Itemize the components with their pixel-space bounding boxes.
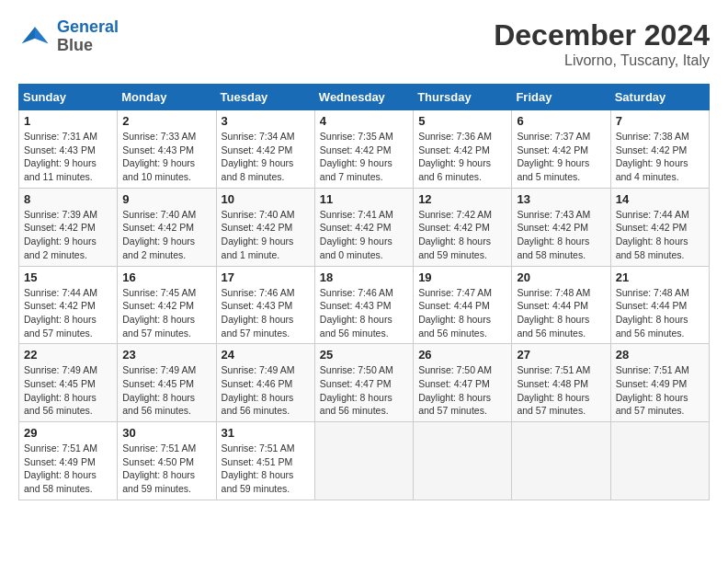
table-row: 12 Sunrise: 7:42 AM Sunset: 4:42 PM Dayl…	[414, 188, 512, 266]
day-number: 24	[222, 348, 310, 362]
table-row: 10 Sunrise: 7:40 AM Sunset: 4:42 PM Dayl…	[216, 188, 314, 266]
table-row: 14 Sunrise: 7:44 AM Sunset: 4:42 PM Dayl…	[610, 188, 709, 266]
table-row: 24 Sunrise: 7:49 AM Sunset: 4:46 PM Dayl…	[216, 344, 314, 422]
day-number: 31	[222, 426, 310, 440]
header-wednesday: Wednesday	[314, 85, 413, 110]
day-info: Sunrise: 7:51 AM Sunset: 4:49 PM Dayligh…	[24, 442, 112, 496]
table-row: 18 Sunrise: 7:46 AM Sunset: 4:43 PM Dayl…	[314, 266, 413, 344]
logo-icon	[18, 20, 51, 53]
day-info: Sunrise: 7:45 AM Sunset: 4:42 PM Dayligh…	[122, 286, 210, 340]
table-row	[512, 422, 610, 500]
table-row: 26 Sunrise: 7:50 AM Sunset: 4:47 PM Dayl…	[414, 344, 512, 422]
day-number: 28	[616, 348, 704, 362]
table-row: 29 Sunrise: 7:51 AM Sunset: 4:49 PM Dayl…	[19, 422, 118, 500]
table-row: 30 Sunrise: 7:51 AM Sunset: 4:50 PM Dayl…	[118, 422, 216, 500]
day-info: Sunrise: 7:48 AM Sunset: 4:44 PM Dayligh…	[517, 286, 605, 340]
table-row: 25 Sunrise: 7:50 AM Sunset: 4:47 PM Dayl…	[314, 344, 413, 422]
page-header: GeneralBlue December 2024 Livorno, Tusca…	[18, 18, 710, 69]
day-info: Sunrise: 7:44 AM Sunset: 4:42 PM Dayligh…	[24, 286, 112, 340]
day-info: Sunrise: 7:46 AM Sunset: 4:43 PM Dayligh…	[320, 286, 408, 340]
header-sunday: Sunday	[19, 85, 118, 110]
day-number: 7	[616, 114, 704, 128]
calendar-row: 8 Sunrise: 7:39 AM Sunset: 4:42 PM Dayli…	[19, 188, 710, 266]
day-info: Sunrise: 7:39 AM Sunset: 4:42 PM Dayligh…	[24, 208, 112, 262]
table-row: 17 Sunrise: 7:46 AM Sunset: 4:43 PM Dayl…	[216, 266, 314, 344]
day-info: Sunrise: 7:38 AM Sunset: 4:42 PM Dayligh…	[616, 130, 704, 184]
day-info: Sunrise: 7:49 AM Sunset: 4:46 PM Dayligh…	[222, 363, 310, 418]
day-number: 21	[616, 270, 704, 284]
day-number: 20	[517, 270, 605, 284]
day-info: Sunrise: 7:31 AM Sunset: 4:43 PM Dayligh…	[24, 130, 112, 184]
calendar-table: Sunday Monday Tuesday Wednesday Thursday…	[18, 84, 710, 500]
header-thursday: Thursday	[414, 85, 512, 110]
day-number: 10	[222, 192, 310, 206]
table-row: 16 Sunrise: 7:45 AM Sunset: 4:42 PM Dayl…	[118, 266, 216, 344]
calendar-row: 15 Sunrise: 7:44 AM Sunset: 4:42 PM Dayl…	[19, 266, 710, 344]
table-row: 15 Sunrise: 7:44 AM Sunset: 4:42 PM Dayl…	[19, 266, 118, 344]
day-info: Sunrise: 7:42 AM Sunset: 4:42 PM Dayligh…	[418, 208, 506, 262]
table-row	[610, 422, 709, 500]
day-number: 2	[122, 114, 210, 128]
header-friday: Friday	[512, 85, 610, 110]
day-info: Sunrise: 7:43 AM Sunset: 4:42 PM Dayligh…	[517, 208, 605, 262]
calendar-row: 22 Sunrise: 7:49 AM Sunset: 4:45 PM Dayl…	[19, 344, 710, 422]
table-row: 8 Sunrise: 7:39 AM Sunset: 4:42 PM Dayli…	[19, 188, 118, 266]
day-number: 13	[517, 192, 605, 206]
day-number: 23	[122, 348, 210, 362]
day-number: 29	[24, 426, 112, 440]
day-number: 22	[24, 348, 112, 362]
day-number: 16	[122, 270, 210, 284]
page-subtitle: Livorno, Tuscany, Italy	[494, 52, 710, 69]
day-number: 8	[24, 192, 112, 206]
table-row: 7 Sunrise: 7:38 AM Sunset: 4:42 PM Dayli…	[610, 110, 709, 189]
header-saturday: Saturday	[610, 85, 709, 110]
table-row: 4 Sunrise: 7:35 AM Sunset: 4:42 PM Dayli…	[314, 110, 413, 189]
day-info: Sunrise: 7:48 AM Sunset: 4:44 PM Dayligh…	[616, 286, 704, 340]
day-number: 27	[517, 348, 605, 362]
table-row: 19 Sunrise: 7:47 AM Sunset: 4:44 PM Dayl…	[414, 266, 512, 344]
day-number: 3	[222, 114, 310, 128]
day-number: 5	[418, 114, 506, 128]
day-info: Sunrise: 7:34 AM Sunset: 4:42 PM Dayligh…	[222, 130, 310, 184]
calendar-row: 1 Sunrise: 7:31 AM Sunset: 4:43 PM Dayli…	[19, 110, 710, 189]
logo: GeneralBlue	[18, 18, 119, 55]
title-block: December 2024 Livorno, Tuscany, Italy	[494, 18, 710, 69]
day-info: Sunrise: 7:50 AM Sunset: 4:47 PM Dayligh…	[418, 363, 506, 418]
table-row: 21 Sunrise: 7:48 AM Sunset: 4:44 PM Dayl…	[610, 266, 709, 344]
day-number: 26	[418, 348, 506, 362]
table-row: 1 Sunrise: 7:31 AM Sunset: 4:43 PM Dayli…	[19, 110, 118, 189]
logo-text: GeneralBlue	[57, 18, 119, 55]
table-row: 28 Sunrise: 7:51 AM Sunset: 4:49 PM Dayl…	[610, 344, 709, 422]
day-info: Sunrise: 7:37 AM Sunset: 4:42 PM Dayligh…	[517, 130, 605, 184]
day-info: Sunrise: 7:35 AM Sunset: 4:42 PM Dayligh…	[320, 130, 408, 184]
day-info: Sunrise: 7:51 AM Sunset: 4:50 PM Dayligh…	[122, 442, 210, 496]
day-number: 25	[320, 348, 408, 362]
table-row: 22 Sunrise: 7:49 AM Sunset: 4:45 PM Dayl…	[19, 344, 118, 422]
table-row: 9 Sunrise: 7:40 AM Sunset: 4:42 PM Dayli…	[118, 188, 216, 266]
day-number: 19	[418, 270, 506, 284]
day-info: Sunrise: 7:33 AM Sunset: 4:43 PM Dayligh…	[122, 130, 210, 184]
header-monday: Monday	[118, 85, 216, 110]
header-tuesday: Tuesday	[216, 85, 314, 110]
day-number: 1	[24, 114, 112, 128]
table-row: 23 Sunrise: 7:49 AM Sunset: 4:45 PM Dayl…	[118, 344, 216, 422]
day-info: Sunrise: 7:36 AM Sunset: 4:42 PM Dayligh…	[418, 130, 506, 184]
day-info: Sunrise: 7:51 AM Sunset: 4:49 PM Dayligh…	[616, 363, 704, 418]
table-row	[414, 422, 512, 500]
calendar-header-row: Sunday Monday Tuesday Wednesday Thursday…	[19, 85, 710, 110]
table-row: 5 Sunrise: 7:36 AM Sunset: 4:42 PM Dayli…	[414, 110, 512, 189]
day-info: Sunrise: 7:51 AM Sunset: 4:51 PM Dayligh…	[222, 442, 310, 496]
day-info: Sunrise: 7:46 AM Sunset: 4:43 PM Dayligh…	[222, 286, 310, 340]
table-row: 6 Sunrise: 7:37 AM Sunset: 4:42 PM Dayli…	[512, 110, 610, 189]
day-number: 6	[517, 114, 605, 128]
day-info: Sunrise: 7:40 AM Sunset: 4:42 PM Dayligh…	[122, 208, 210, 262]
day-number: 9	[122, 192, 210, 206]
day-number: 4	[320, 114, 408, 128]
day-info: Sunrise: 7:44 AM Sunset: 4:42 PM Dayligh…	[616, 208, 704, 262]
table-row: 13 Sunrise: 7:43 AM Sunset: 4:42 PM Dayl…	[512, 188, 610, 266]
table-row: 2 Sunrise: 7:33 AM Sunset: 4:43 PM Dayli…	[118, 110, 216, 189]
table-row: 31 Sunrise: 7:51 AM Sunset: 4:51 PM Dayl…	[216, 422, 314, 500]
table-row	[314, 422, 413, 500]
table-row: 3 Sunrise: 7:34 AM Sunset: 4:42 PM Dayli…	[216, 110, 314, 189]
day-number: 18	[320, 270, 408, 284]
